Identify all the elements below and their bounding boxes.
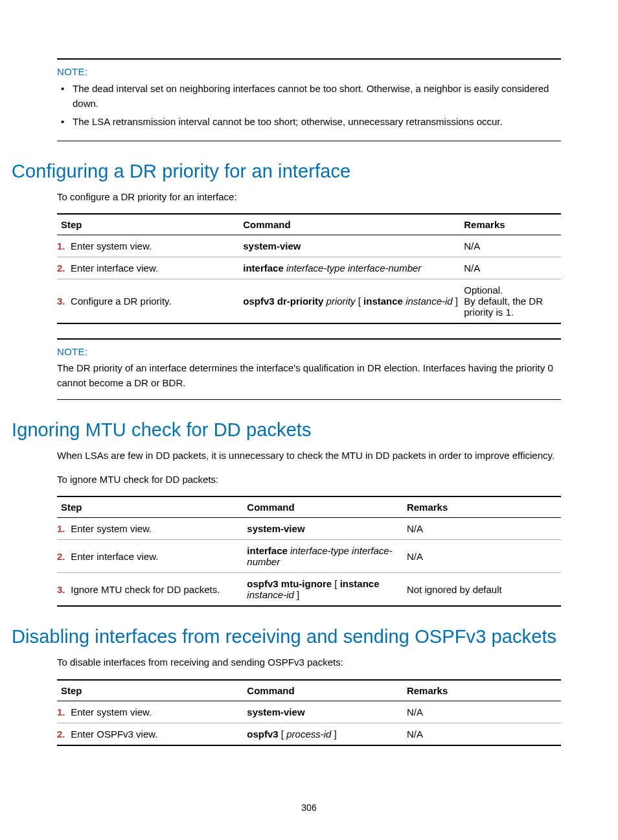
note-label: NOTE: (57, 66, 561, 77)
config-table-dr-priority: Step Command Remarks 1. Enter system vie… (57, 213, 561, 324)
th-remarks: Remarks (407, 680, 561, 701)
section-heading-mtu: Ignoring MTU check for DD packets (12, 419, 561, 441)
config-table-disable: Step Command Remarks 1. Enter system vie… (57, 679, 561, 746)
step-command: ospfv3 dr-priority priority [ instance i… (243, 279, 464, 324)
table-row: 3. Ignore MTU check for DD packets. ospf… (57, 573, 561, 607)
step-desc: Enter system view. (71, 701, 247, 723)
section-intro: To disable interfaces from receiving and… (57, 655, 561, 670)
section-heading-dr-priority: Configuring a DR priority for an interfa… (12, 161, 561, 182)
step-number: 2. (57, 723, 71, 745)
note-text: The DR priority of an interface determin… (57, 361, 561, 390)
step-number: 1. (57, 701, 71, 723)
note-item: The dead interval set on neighboring int… (73, 81, 561, 111)
table-row: 1. Enter system view. system-view N/A (57, 235, 561, 257)
step-command: system-view (247, 518, 407, 540)
step-number: 2. (57, 257, 71, 279)
th-step: Step (57, 214, 243, 235)
table-row: 2. Enter OSPFv3 view. ospfv3 [ process-i… (57, 723, 561, 745)
step-remarks: N/A (464, 257, 561, 279)
step-desc: Enter interface view. (71, 257, 243, 279)
section-heading-disable: Disabling interfaces from receiving and … (12, 626, 561, 648)
section-intro: To configure a DR priority for an interf… (57, 190, 561, 205)
section-intro: To ignore MTU check for DD packets: (57, 472, 561, 487)
step-command: ospfv3 mtu-ignore [ instance instance-id… (247, 573, 407, 607)
step-remarks: N/A (407, 518, 561, 540)
config-table-mtu: Step Command Remarks 1. Enter system vie… (57, 496, 561, 607)
th-step: Step (57, 680, 247, 701)
step-remarks: N/A (407, 540, 561, 573)
step-remarks: N/A (407, 723, 561, 745)
th-command: Command (243, 214, 464, 235)
step-command: system-view (247, 701, 407, 723)
note-label: NOTE: (57, 346, 561, 357)
note-box-2: NOTE: The DR priority of an interface de… (57, 338, 561, 400)
th-remarks: Remarks (464, 214, 561, 235)
step-remarks: N/A (407, 701, 561, 723)
table-row: 2. Enter interface view. interface inter… (57, 257, 561, 279)
step-remarks: Optional.By default, the DR priority is … (464, 279, 561, 324)
step-number: 2. (57, 540, 71, 573)
th-command: Command (247, 680, 407, 701)
step-desc: Ignore MTU check for DD packets. (71, 573, 247, 607)
section-body: When LSAs are few in DD packets, it is u… (57, 449, 561, 463)
step-command: ospfv3 [ process-id ] (247, 723, 407, 745)
page-number: 306 (0, 802, 618, 813)
note-list: The dead interval set on neighboring int… (57, 81, 561, 129)
step-number: 1. (57, 235, 71, 257)
th-step: Step (57, 496, 247, 518)
step-desc: Configure a DR priority. (71, 279, 243, 324)
table-row: 1. Enter system view. system-view N/A (57, 518, 561, 540)
step-desc: Enter system view. (71, 235, 243, 257)
step-remarks: N/A (464, 235, 561, 257)
step-remarks: Not ignored by default (407, 573, 561, 607)
step-desc: Enter interface view. (71, 540, 247, 573)
step-number: 1. (57, 518, 71, 540)
note-item: The LSA retransmission interval cannot b… (73, 114, 561, 129)
th-command: Command (247, 496, 407, 518)
th-remarks: Remarks (407, 496, 561, 518)
step-number: 3. (57, 279, 71, 324)
table-row: 3. Configure a DR priority. ospfv3 dr-pr… (57, 279, 561, 324)
step-command: interface interface-type interface-numbe… (247, 540, 407, 573)
table-row: 1. Enter system view. system-view N/A (57, 701, 561, 723)
step-desc: Enter OSPFv3 view. (71, 723, 247, 745)
note-box-1: NOTE: The dead interval set on neighbori… (57, 58, 561, 141)
step-number: 3. (57, 573, 71, 607)
step-desc: Enter system view. (71, 518, 247, 540)
step-command: interface interface-type interface-numbe… (243, 257, 464, 279)
step-command: system-view (243, 235, 464, 257)
table-row: 2. Enter interface view. interface inter… (57, 540, 561, 573)
